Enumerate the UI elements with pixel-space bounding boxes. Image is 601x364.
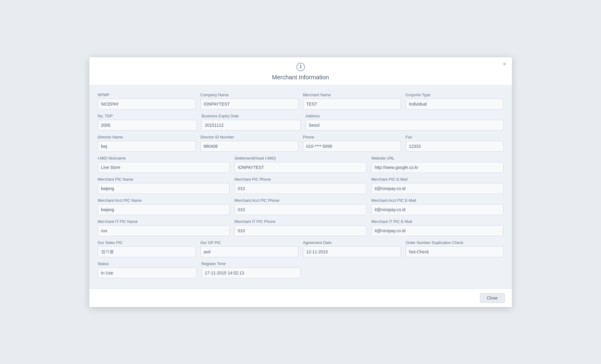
our-op-pic-label: Our OP PIC: [200, 240, 298, 245]
corporte-type-group: Corporte Type: [406, 93, 503, 109]
modal-footer: Close: [89, 289, 512, 307]
agreement-date-group: Agreement Date: [303, 240, 401, 257]
order-dup-check-label: Order Number Duplication Check: [406, 240, 503, 245]
form-row-3: Director Name Director ID Number Phone F…: [98, 135, 503, 152]
npwp-label: NPWP: [98, 93, 196, 97]
merchant-it-pic-phone-input[interactable]: [235, 225, 366, 236]
form-row-5: Merchant PIC Name Merchant PIC Phone Mer…: [98, 177, 503, 194]
form-row-7: Merchant IT PIC Name Merchant IT PIC Pho…: [98, 219, 503, 236]
settlement-label: Settlement(Head I-MID): [235, 156, 366, 160]
form-row-1: NPWP Company Name Merchant Name Corporte…: [98, 93, 503, 109]
npwp-input[interactable]: [98, 99, 196, 109]
phone-input[interactable]: [303, 141, 401, 152]
info-icon: ℹ: [296, 63, 305, 71]
merchant-name-label: Merchant Name: [303, 93, 401, 97]
merchant-pic-email-input[interactable]: [371, 183, 503, 194]
merchant-acct-pic-name-group: Merchant Acct PIC Name: [98, 198, 230, 215]
register-time-input[interactable]: [202, 267, 301, 278]
settlement-group: Settlement(Head I-MID): [235, 156, 366, 173]
merchant-acct-pic-phone-group: Merchant Acct PIC Phone: [235, 198, 366, 215]
status-label: Status: [98, 261, 197, 266]
merchant-it-pic-email-input[interactable]: [371, 225, 503, 236]
fax-input[interactable]: [406, 141, 503, 152]
status-group: Status: [98, 261, 197, 278]
imid-nickname-group: I-MID Nickname: [98, 156, 230, 173]
no-tdp-input[interactable]: [98, 120, 197, 131]
merchant-acct-pic-email-group: Merchant Acct PIC E-Mail: [371, 198, 503, 215]
form-row-6: Merchant Acct PIC Name Merchant Acct PIC…: [98, 198, 503, 215]
form-row-2: No. TDP Business Expiry Date Address: [98, 114, 503, 131]
company-name-group: Company Name: [200, 93, 298, 109]
address-input[interactable]: [305, 120, 503, 131]
order-dup-check-group: Order Number Duplication Check: [406, 240, 503, 257]
merchant-acct-pic-email-input[interactable]: [371, 204, 503, 215]
no-tdp-label: No. TDP: [98, 114, 197, 118]
merchant-acct-pic-phone-input[interactable]: [235, 204, 366, 215]
no-tdp-group: No. TDP: [98, 114, 197, 131]
order-dup-check-input[interactable]: [406, 246, 503, 257]
our-op-pic-group: Our OP PIC: [200, 240, 298, 257]
merchant-it-pic-phone-group: Merchant IT PIC Phone: [235, 219, 366, 236]
merchant-it-pic-phone-label: Merchant IT PIC Phone: [235, 219, 366, 224]
merchant-pic-phone-label: Merchant PIC Phone: [235, 177, 366, 182]
merchant-it-pic-email-group: Merchant IT PIC E-Mail: [371, 219, 503, 236]
agreement-date-input[interactable]: [303, 246, 401, 257]
merchant-it-pic-email-label: Merchant IT PIC E-Mail: [371, 219, 503, 224]
merchant-name-group: Merchant Name: [303, 93, 401, 109]
website-url-group: Website URL: [371, 156, 503, 173]
merchant-pic-name-input[interactable]: [98, 183, 230, 194]
merchant-acct-pic-email-label: Merchant Acct PIC E-Mail: [371, 198, 503, 203]
website-url-label: Website URL: [371, 156, 503, 160]
close-button[interactable]: ×: [503, 61, 507, 67]
phone-group: Phone: [303, 135, 401, 152]
company-name-label: Company Name: [200, 93, 298, 97]
modal-title: Merchant Information: [89, 74, 512, 81]
website-url-input[interactable]: [371, 162, 503, 173]
merchant-pic-email-group: Merchant PIC E-Mail: [371, 177, 503, 194]
business-expiry-label: Business Expiry Date: [202, 114, 301, 118]
register-time-label: Register Time: [202, 261, 301, 266]
merchant-acct-pic-name-input[interactable]: [98, 204, 230, 215]
close-footer-button[interactable]: Close: [480, 293, 505, 303]
form-row-9: Status Register Time: [98, 261, 503, 278]
director-name-label: Director Name: [98, 135, 196, 139]
merchant-pic-name-label: Merchant PIC Name: [98, 177, 230, 182]
business-expiry-input[interactable]: [202, 120, 301, 131]
director-id-label: Director ID Number: [200, 135, 298, 139]
corporte-type-label: Corporte Type: [406, 93, 503, 97]
merchant-it-pic-name-label: Merchant IT PIC Name: [98, 219, 230, 224]
modal-body: NPWP Company Name Merchant Name Corporte…: [89, 85, 512, 289]
our-sales-pic-input[interactable]: [98, 246, 196, 257]
phone-label: Phone: [303, 135, 401, 139]
address-group: Address: [305, 114, 503, 131]
settlement-input[interactable]: [235, 162, 366, 173]
director-name-input[interactable]: [98, 141, 196, 152]
director-id-input[interactable]: [200, 141, 298, 152]
status-input[interactable]: [98, 267, 197, 278]
register-time-group: Register Time: [202, 261, 301, 278]
merchant-acct-pic-name-label: Merchant Acct PIC Name: [98, 198, 230, 203]
merchant-acct-pic-phone-label: Merchant Acct PIC Phone: [235, 198, 366, 203]
imid-nickname-input[interactable]: [98, 162, 230, 173]
merchant-pic-phone-group: Merchant PIC Phone: [235, 177, 366, 194]
business-expiry-group: Business Expiry Date: [202, 114, 301, 131]
director-name-group: Director Name: [98, 135, 196, 152]
our-op-pic-input[interactable]: [200, 246, 298, 257]
director-id-group: Director ID Number: [200, 135, 298, 152]
merchant-it-pic-name-input[interactable]: [98, 225, 230, 236]
merchant-info-modal: ℹ Merchant Information × NPWP Company Na…: [89, 57, 512, 307]
corporte-type-input[interactable]: [406, 99, 503, 109]
merchant-pic-name-group: Merchant PIC Name: [98, 177, 230, 194]
merchant-pic-email-label: Merchant PIC E-Mail: [371, 177, 503, 182]
fax-group: Fax: [406, 135, 503, 152]
form-row-4: I-MID Nickname Settlement(Head I-MID) We…: [98, 156, 503, 173]
address-label: Address: [305, 114, 503, 118]
merchant-it-pic-name-group: Merchant IT PIC Name: [98, 219, 230, 236]
merchant-name-input[interactable]: [303, 99, 401, 109]
our-sales-pic-label: Our Sales PIC: [98, 240, 196, 245]
company-name-input[interactable]: [200, 99, 298, 109]
imid-nickname-label: I-MID Nickname: [98, 156, 230, 160]
npwp-group: NPWP: [98, 93, 196, 109]
fax-label: Fax: [406, 135, 503, 139]
merchant-pic-phone-input[interactable]: [235, 183, 366, 194]
